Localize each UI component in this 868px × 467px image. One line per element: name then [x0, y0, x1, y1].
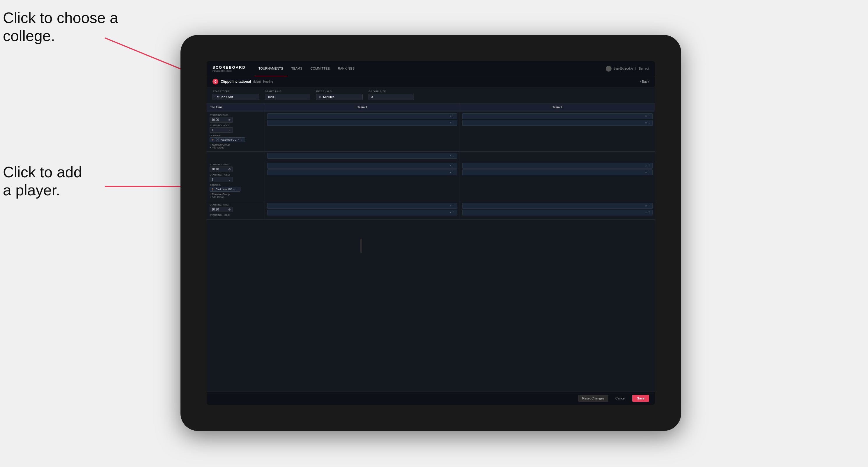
- extra-slot-1[interactable]: × ⋮: [267, 153, 457, 159]
- annotation-line2: college.: [3, 27, 55, 44]
- player-slot-dots-1-1: ⋮: [453, 115, 455, 118]
- annotation-line4: a player.: [3, 182, 60, 198]
- annotation-choose-college: Click to choose a college.: [3, 9, 118, 45]
- bottom-bar: Reset Changes Cancel Save: [207, 392, 655, 405]
- player-slot-x-3-1[interactable]: ×: [450, 164, 452, 167]
- save-button[interactable]: Save: [632, 395, 649, 402]
- player-slot-2-1[interactable]: × ⋮: [462, 113, 653, 119]
- user-avatar: [606, 66, 612, 72]
- col-team1: Team 1: [265, 103, 460, 111]
- player-slot-x-2-1[interactable]: ×: [645, 115, 647, 118]
- hosting-badge: Hosting: [263, 80, 273, 83]
- start-type-label: Start Type: [213, 90, 259, 93]
- player-slot-x-6-2[interactable]: ×: [645, 211, 647, 214]
- starting-time-input-2[interactable]: 10:10⏱: [210, 166, 233, 172]
- extra-team1-1: × ⋮: [265, 152, 460, 161]
- starting-time-input-1[interactable]: 10:00⏱: [210, 117, 233, 123]
- player-slot-x-2-2[interactable]: ×: [645, 121, 647, 124]
- player-slot-3-2[interactable]: × ⋮: [267, 169, 457, 175]
- remove-group-2[interactable]: ○ Remove Group: [210, 193, 262, 196]
- starting-hole-input-2[interactable]: 1⌄: [210, 177, 233, 182]
- form-controls: Start Type 1st Tee Start Start Time Inte…: [207, 87, 655, 103]
- player-slot-1-2[interactable]: × ⋮: [267, 120, 457, 126]
- nav-separator: |: [636, 67, 636, 70]
- reset-button[interactable]: Reset Changes: [578, 395, 608, 402]
- group-size-label: Group Size: [369, 90, 414, 93]
- course-remove-2[interactable]: ×: [233, 188, 235, 191]
- player-slot-x-5-2[interactable]: ×: [450, 211, 452, 214]
- nav-committee[interactable]: COMMITTEE: [307, 61, 334, 76]
- player-slot-5-2[interactable]: × ⋮: [267, 210, 457, 215]
- annotation-line1: Click to choose a: [3, 9, 118, 26]
- player-slot-x-5-1[interactable]: ×: [450, 205, 452, 207]
- start-type-group: Start Type 1st Tee Start: [213, 90, 259, 100]
- course-label-1: COURSE:: [210, 134, 262, 137]
- team2-col-3: × ⋮ × ⋮: [460, 201, 655, 219]
- player-slot-1-1[interactable]: × ⋮: [267, 113, 457, 119]
- course-badge-1[interactable]: 🏌 (A) Peachtree GC × ⋮: [210, 137, 245, 142]
- group-row-3: STARTING TIME: 10:20⏱ STARTING HOLE: × ⋮…: [207, 201, 655, 220]
- tablet-side-button: [360, 239, 362, 253]
- table-header: Tee Time Team 1 Team 2: [207, 103, 655, 112]
- intervals-select[interactable]: 10 Minutes: [316, 94, 363, 100]
- player-slot-6-2[interactable]: × ⋮: [462, 210, 653, 215]
- extra-slot-x-1[interactable]: ×: [450, 154, 452, 157]
- player-slot-dots-3-2: ⋮: [453, 171, 455, 174]
- intervals-label: Intervals: [316, 90, 363, 93]
- breadcrumb: C Clippd Invitational (Men) Hosting: [213, 79, 273, 85]
- start-type-select[interactable]: 1st Tee Start: [213, 94, 259, 100]
- starting-time-input-3[interactable]: 10:20⏱: [210, 207, 233, 212]
- player-slot-dots-2-2: ⋮: [648, 121, 651, 124]
- player-slot-x-3-2[interactable]: ×: [450, 171, 452, 174]
- player-slot-2-2[interactable]: × ⋮: [462, 120, 653, 126]
- add-group-1[interactable]: +Add Group: [210, 146, 262, 149]
- player-slot-6-1[interactable]: × ⋮: [462, 203, 653, 209]
- player-slot-dots-3-1: ⋮: [453, 164, 455, 167]
- nav-tournaments[interactable]: TOURNAMENTS: [254, 61, 287, 76]
- logo-area: SCOREBOARD Powered by clippd: [213, 65, 246, 72]
- start-time-input[interactable]: [265, 94, 310, 100]
- player-slot-x-4-1[interactable]: ×: [645, 164, 647, 167]
- group-left-3: STARTING TIME: 10:20⏱ STARTING HOLE:: [207, 201, 265, 219]
- player-slot-x-1-1[interactable]: ×: [450, 115, 452, 118]
- extra-left-1: [207, 152, 265, 155]
- starting-time-label-3: STARTING TIME:: [210, 204, 262, 206]
- player-slot-x-4-2[interactable]: ×: [645, 171, 647, 174]
- course-name-2: East Lake GC: [216, 188, 232, 191]
- group-size-input[interactable]: [369, 94, 414, 100]
- player-slot-dots-6-2: ⋮: [648, 211, 651, 214]
- course-label-2: COURSE:: [210, 184, 262, 186]
- team1-col-3: × ⋮ × ⋮: [265, 201, 460, 219]
- course-remove-1[interactable]: ×: [238, 138, 239, 141]
- player-slot-4-2[interactable]: × ⋮: [462, 169, 653, 175]
- nav-teams[interactable]: TEAMS: [287, 61, 307, 76]
- course-name-1: (A) Peachtree GC: [216, 138, 237, 141]
- starting-hole-input-1[interactable]: 1⌄: [210, 127, 233, 133]
- player-slot-3-1[interactable]: × ⋮: [267, 163, 457, 168]
- player-slot-5-1[interactable]: × ⋮: [267, 203, 457, 209]
- group-left-1: STARTING TIME: 10:00⏱ STARTING HOLE: 1⌄ …: [207, 112, 265, 151]
- player-slot-4-1[interactable]: × ⋮: [462, 163, 653, 168]
- group-row-1: STARTING TIME: 10:00⏱ STARTING HOLE: 1⌄ …: [207, 112, 655, 152]
- cancel-button[interactable]: Cancel: [611, 395, 629, 402]
- annotation-add-player: Click to add a player.: [3, 163, 82, 199]
- col-tee-time: Tee Time: [207, 103, 265, 111]
- remove-group-1[interactable]: ○ Remove Group: [210, 143, 262, 146]
- course-badge-2[interactable]: 🏌 East Lake GC × ⋮: [210, 187, 241, 192]
- add-group-2[interactable]: +Add Group: [210, 196, 262, 198]
- player-slot-x-1-2[interactable]: ×: [450, 121, 452, 124]
- back-button[interactable]: ‹ Back: [640, 80, 649, 83]
- course-dots-1: ⋮: [241, 138, 243, 141]
- nav-rankings[interactable]: RANKINGS: [334, 61, 359, 76]
- sign-out-link[interactable]: Sign out: [638, 67, 649, 70]
- nav-right: blair@clippd.io | Sign out: [606, 66, 649, 72]
- player-slot-dots-1-2: ⋮: [453, 121, 455, 124]
- player-slot-x-6-1[interactable]: ×: [645, 205, 647, 207]
- group-size-group: Group Size: [369, 90, 414, 100]
- user-email: blair@clippd.io: [614, 67, 633, 70]
- player-slot-dots-4-1: ⋮: [648, 164, 651, 167]
- logo-text: SCOREBOARD: [213, 65, 246, 70]
- clippd-icon: C: [213, 79, 218, 85]
- extra-row-1: × ⋮: [207, 152, 655, 161]
- sub-header: C Clippd Invitational (Men) Hosting ‹ Ba…: [207, 76, 655, 87]
